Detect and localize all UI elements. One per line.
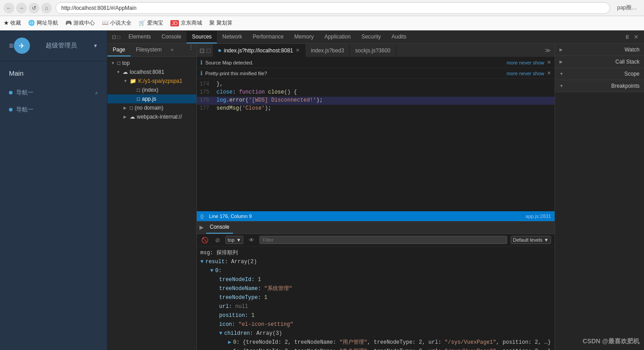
breakpoints-header[interactable]: ▼ Breakpoints [555, 80, 644, 92]
status-fileref: app.js:2831 [525, 213, 551, 219]
children-0-text: 0: {treeNodeId: 2, treeNodeName: "用户管理",… [233, 338, 551, 346]
right-panel: ▶ Watch ▶ Call Stack ▼ Scope [555, 44, 644, 350]
console-tab-button[interactable]: Console [206, 221, 233, 234]
forward-button[interactable]: → [16, 3, 27, 13]
level-value: Default levels [513, 237, 542, 243]
children-text: children: Array(3) [224, 329, 282, 337]
tab-security[interactable]: Security [356, 31, 386, 43]
tree-label-top: top [122, 60, 130, 66]
tree-item-index[interactable]: □ (index) [107, 85, 196, 94]
clear-console-button[interactable]: 🚫 [200, 235, 209, 244]
bookmark-nav[interactable]: 🌐 网址导航 [28, 19, 58, 27]
app-logo: ✈ [14, 38, 30, 54]
dock-icon[interactable]: ⊡ [112, 34, 116, 40]
more-never-show-1[interactable]: more never show [507, 60, 544, 65]
children-expand[interactable]: ▼ [219, 329, 222, 337]
editor-tab-index-active[interactable]: index.js?http://localhost:8081 ✕ [213, 44, 305, 57]
call-stack-header[interactable]: ▶ Call Stack [555, 56, 644, 68]
code-editor[interactable]: 174 }, 175 close: function close() { 176… [197, 79, 555, 211]
code-line-176: 176 log.error('[WDS] Disconnected!'); [197, 97, 555, 105]
title-dropdown[interactable]: ▼ [93, 43, 98, 48]
reload-icon[interactable]: □ [207, 47, 210, 54]
address-bar[interactable]: http://localhost:8081/#/AppMain [55, 2, 610, 14]
tree-item-top[interactable]: ▼ □ top [107, 59, 196, 68]
tree-item-nodomain[interactable]: ▶ □ (no domain) [107, 103, 196, 112]
browser-nav-buttons[interactable]: ← → ↺ ⌂ [4, 3, 52, 13]
children-1-expand[interactable]: ▶ [228, 347, 231, 350]
nav-dot-icon-2 [9, 108, 13, 111]
editor-tab-sockjs[interactable]: sockjs.js?3600 [350, 44, 396, 57]
children-0-expand[interactable]: ▶ [228, 338, 231, 346]
tree-item-webpack[interactable]: ▶ ☁ webpack-internal:// [107, 112, 196, 121]
prop-treenodeid-1: treeNodeId: 1 [197, 275, 555, 284]
level-selector[interactable]: Default levels ▼ [511, 236, 551, 244]
tab-application[interactable]: Application [319, 31, 356, 43]
call-stack-label: Call Stack [615, 59, 640, 65]
scope-header[interactable]: ▼ Scope [555, 68, 644, 80]
watch-header[interactable]: ▶ Watch [555, 44, 644, 55]
devtools-panel: ⊡ □ Elements Console Sources Network Per… [107, 30, 644, 350]
editor-tab-label-index: index.js?http://localhost:8081 [224, 47, 293, 54]
result-expand[interactable]: ▼ [200, 258, 203, 266]
line-num-177: 177 [197, 105, 215, 111]
nav-item-1[interactable]: 导航一 ∧ [0, 84, 107, 101]
menu-icon[interactable]: ≡ [9, 41, 14, 51]
console-filter-input[interactable] [259, 236, 507, 244]
bookmark-taobao[interactable]: 🛒 爱淘宝 [139, 19, 163, 27]
editor-more-button[interactable]: ≫ [541, 47, 555, 54]
pause-icon[interactable]: ⏸ [624, 34, 630, 40]
editor-tab-bed3[interactable]: index.js?bed3 [305, 44, 350, 57]
refresh-button[interactable]: ↺ [29, 3, 39, 13]
bookmark-jd[interactable]: JD 京东商城 [170, 19, 202, 27]
back-button[interactable]: ← [4, 3, 14, 13]
more-never-show-2[interactable]: more never show [507, 71, 544, 76]
editor-tab-icons: ⊡ □ [197, 47, 213, 54]
tree-item-localhost[interactable]: ▼ ☁ localhost:8081 [107, 68, 196, 77]
home-button[interactable]: ⌂ [41, 3, 52, 13]
go-back-icon[interactable]: ⊡ [199, 47, 205, 54]
tab-memory[interactable]: Memory [289, 31, 319, 43]
bookmarks-bar: ★ 收藏 🌐 网址导航 🎮 游戏中心 📖 小说大全 🛒 爱淘宝 JD 京东商城 … [0, 16, 644, 30]
eye-icon[interactable]: 👁 [247, 235, 256, 244]
info-close-2[interactable]: ✕ [547, 70, 551, 76]
bookmark-favorites[interactable]: ★ 收藏 [4, 19, 21, 27]
context-value: top [228, 237, 234, 243]
tree-item-appjs[interactable]: □ app.js [107, 94, 196, 103]
undock-icon[interactable]: □ [117, 34, 120, 40]
tab-console[interactable]: Console [156, 31, 186, 43]
file-tree-tab-page[interactable]: Page [107, 44, 131, 56]
console-output[interactable]: msg: 探排順列 ▼ result: Array(2) ▼ 0: treeNo… [197, 247, 555, 350]
editor-tab-label-sockjs: sockjs.js?3600 [355, 47, 390, 54]
prop-treenodetype-1: treeNodeType: 1 [197, 293, 555, 302]
code-line-177: 177 sendMsg('Close'); [197, 105, 555, 113]
bookmark-juhua[interactable]: 聚 聚划算 [209, 19, 232, 27]
scope-section: ▼ Scope [555, 68, 644, 80]
line-num-174: 174 [197, 81, 215, 87]
tab-network[interactable]: Network [217, 31, 247, 43]
app-title: 超级管理员 [30, 42, 93, 50]
nav-chevron-icon-1: ∧ [95, 90, 98, 95]
console-expand-btn[interactable]: ▶ [197, 224, 206, 230]
context-selector[interactable]: top ▼ [225, 236, 243, 244]
msg-text: msg: 探排順列 [200, 249, 238, 257]
breakpoints-label: Breakpoints [611, 83, 640, 89]
close-devtools-icon[interactable]: ✕ [634, 34, 639, 40]
bookmark-novels[interactable]: 📖 小说大全 [102, 19, 131, 27]
tab-close-index[interactable]: ✕ [296, 47, 300, 53]
file-tree-menu[interactable]: ⋮ [186, 44, 196, 56]
code-content-175: close: function close() { [215, 89, 555, 95]
file-tree-tab-filesystem[interactable]: Filesystem [131, 44, 167, 56]
line-num-176: 176 [197, 97, 215, 103]
call-stack-arrow: ▶ [559, 60, 563, 64]
tree-item-spa[interactable]: ▼ 📁 K:/y1-spa/yzpspa1 [107, 77, 196, 85]
nav-item-2[interactable]: 导航一 [0, 101, 107, 118]
tab-elements[interactable]: Elements [123, 31, 156, 43]
bookmark-games[interactable]: 🎮 游戏中心 [65, 19, 95, 27]
tab-sources[interactable]: Sources [186, 31, 217, 43]
info-close-1[interactable]: ✕ [547, 60, 551, 65]
console-stop-button[interactable]: ⊘ [213, 235, 222, 244]
0-expand[interactable]: ▼ [210, 267, 213, 275]
file-tree-more[interactable]: » [167, 44, 177, 56]
tab-audits[interactable]: Audits [386, 31, 411, 43]
tab-performance[interactable]: Performance [247, 31, 289, 43]
